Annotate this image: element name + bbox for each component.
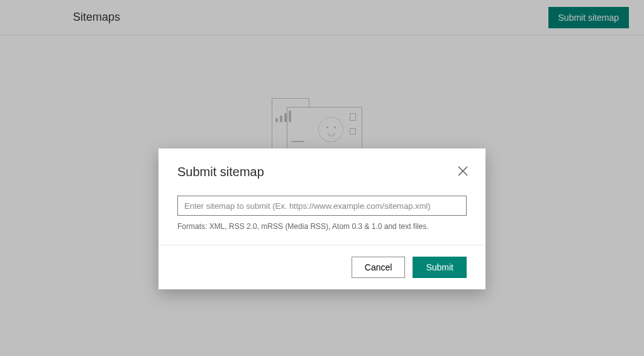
formats-hint: Formats: XML, RSS 2.0, mRSS (Media RSS),…: [177, 222, 467, 231]
dialog-title: Submit sitemap: [177, 165, 467, 179]
submit-sitemap-dialog: Submit sitemap Formats: XML, RSS 2.0, mR…: [158, 148, 486, 289]
submit-button[interactable]: Submit: [413, 257, 467, 278]
dialog-close-button[interactable]: [455, 164, 470, 179]
sitemap-url-input[interactable]: [177, 196, 467, 216]
close-icon: [458, 166, 468, 176]
cancel-button[interactable]: Cancel: [352, 257, 406, 278]
modal-overlay[interactable]: Submit sitemap Formats: XML, RSS 2.0, mR…: [0, 0, 644, 356]
dialog-footer: Cancel Submit: [158, 245, 486, 289]
